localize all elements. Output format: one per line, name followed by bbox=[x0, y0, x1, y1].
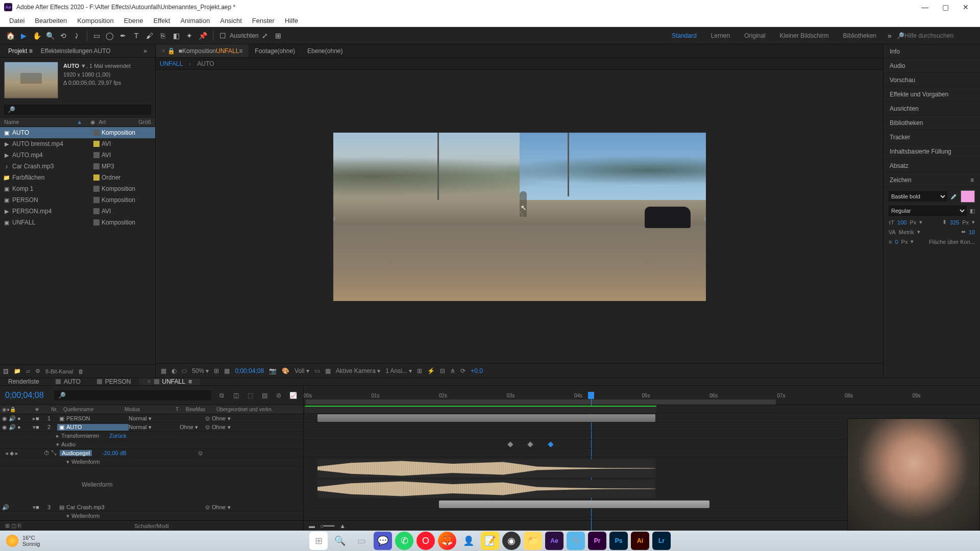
tracking[interactable]: 10 bbox=[969, 229, 975, 235]
lightroom-icon[interactable]: Lr bbox=[652, 532, 671, 550]
composition-viewer[interactable]: ↖ bbox=[156, 70, 883, 363]
snap-checkbox[interactable]: ☐ bbox=[216, 30, 229, 42]
puppet-tool[interactable]: 📌 bbox=[197, 30, 209, 42]
panel-overflow[interactable]: » bbox=[139, 47, 151, 55]
tab-effect-controls[interactable]: Effekteinstellungen AUTO bbox=[37, 47, 115, 55]
clone-tool[interactable]: ⎘ bbox=[157, 30, 169, 42]
photoshop-icon[interactable]: Ps bbox=[609, 532, 628, 550]
panel-zeichen[interactable]: Zeichen≡ bbox=[884, 173, 980, 187]
timeline-tab[interactable]: Renderliste bbox=[0, 378, 47, 385]
snapshot-icon[interactable]: 📷 bbox=[269, 367, 277, 374]
roto-tool[interactable]: ✦ bbox=[183, 30, 195, 42]
frame-blend[interactable]: ▤ bbox=[259, 390, 270, 400]
project-item[interactable]: 📁FarbflächenOrdner bbox=[0, 172, 155, 183]
kerning-select[interactable]: Metrik bbox=[899, 229, 914, 235]
panel-ausrichten[interactable]: Ausrichten bbox=[884, 102, 980, 116]
rotate-tool[interactable]: ⤸ bbox=[70, 30, 83, 42]
zoom-select[interactable]: 50% ▾ bbox=[192, 367, 209, 374]
timeline-icon[interactable]: ⊟ bbox=[440, 367, 445, 374]
layer-row-person[interactable]: ◉ 🔊 ● ▸ ■ 1 ▣PERSON Normal ▾ ⊙ Ohne ▾ bbox=[0, 414, 303, 423]
layer-row-carcrash[interactable]: 🔊 ▾ ■ 3 ▤Car Crash.mp3 ⊙ Ohne ▾ bbox=[0, 503, 303, 512]
explorer-icon[interactable]: 📁 bbox=[524, 532, 542, 550]
channel-icon[interactable]: ◐ bbox=[172, 367, 177, 374]
workspace-standard[interactable]: Standard bbox=[665, 32, 704, 39]
tab-project[interactable]: Projekt ≡ bbox=[4, 47, 37, 55]
hand-tool[interactable]: ✋ bbox=[31, 30, 43, 42]
eraser-tool[interactable]: ◧ bbox=[170, 30, 182, 42]
fast-preview-icon[interactable]: ⚡ bbox=[427, 367, 435, 374]
close-button[interactable]: ✕ bbox=[955, 0, 976, 14]
weather-widget[interactable]: 16°C Sonnig bbox=[6, 535, 40, 547]
project-item[interactable]: ▶PERSON.mp4AVI bbox=[0, 206, 155, 217]
help-search-input[interactable] bbox=[904, 32, 976, 39]
res-icon[interactable]: ⊞ bbox=[214, 367, 219, 374]
eyedropper-icon[interactable]: 💉 bbox=[950, 193, 958, 200]
menu-datei[interactable]: Datei bbox=[4, 14, 30, 27]
interpret-icon[interactable]: 🖼 bbox=[3, 368, 9, 374]
panel-vorschau[interactable]: Vorschau bbox=[884, 73, 980, 87]
app-icon[interactable]: 👤 bbox=[459, 532, 478, 550]
time-ruler[interactable]: 00s01s02s03s04s05s06s07s08s09s10 bbox=[304, 386, 980, 405]
font-family-select[interactable]: Bastile bold bbox=[889, 191, 947, 202]
stroke-swatch[interactable]: ◧ bbox=[970, 208, 975, 214]
snap-opts[interactable]: ⤢ bbox=[259, 30, 271, 42]
rect-tool[interactable]: ▭ bbox=[90, 30, 103, 42]
layer-handle-right[interactable] bbox=[704, 217, 706, 221]
transparency-icon[interactable]: ▦ bbox=[325, 367, 331, 374]
notes-icon[interactable]: 📝 bbox=[481, 532, 499, 550]
panel-tracker[interactable]: Tracker bbox=[884, 130, 980, 144]
workspace-overflow[interactable]: » bbox=[884, 30, 896, 42]
trash-icon[interactable]: 🗑 bbox=[78, 368, 84, 374]
teams-icon[interactable]: 💬 bbox=[374, 532, 392, 550]
brush-tool[interactable]: 🖌 bbox=[143, 30, 156, 42]
workspace-lernen[interactable]: Lernen bbox=[704, 32, 737, 39]
zoom-out-icon[interactable]: ▬ bbox=[309, 522, 315, 530]
maximize-button[interactable]: ▢ bbox=[935, 0, 955, 14]
font-style-select[interactable]: Regular bbox=[889, 206, 967, 216]
resolution-select[interactable]: Voll ▾ bbox=[295, 367, 309, 374]
project-item[interactable]: ♪Car Crash.mp3MP3 bbox=[0, 161, 155, 172]
workspace-bibliotheken[interactable]: Bibliotheken bbox=[836, 32, 884, 39]
tab-footage[interactable]: Footage (ohne) bbox=[249, 44, 301, 57]
ellipse-tool[interactable]: ◯ bbox=[104, 30, 116, 42]
layer-handle-left[interactable] bbox=[333, 217, 335, 221]
orbit-tool[interactable]: ⟲ bbox=[57, 30, 69, 42]
lock-icon[interactable]: 🔒 bbox=[167, 47, 175, 55]
panel-bibliotheken[interactable]: Bibliotheken bbox=[884, 116, 980, 130]
new-comp-icon[interactable]: ▱ bbox=[26, 368, 30, 374]
project-search-input[interactable]: 🔎 bbox=[4, 105, 151, 115]
video-preview[interactable] bbox=[333, 133, 706, 301]
premiere-icon[interactable]: Pr bbox=[588, 532, 606, 550]
fill-over-stroke[interactable]: Fläche über Kon... bbox=[929, 239, 975, 245]
selection-tool[interactable]: ▶ bbox=[17, 30, 30, 42]
zoom-in-icon[interactable]: ▲ bbox=[339, 522, 346, 530]
comp-nav-unfall[interactable]: UNFALL bbox=[160, 60, 183, 67]
illustrator-icon[interactable]: Ai bbox=[631, 532, 649, 550]
home-tool[interactable]: 🏠 bbox=[4, 30, 16, 42]
motion-blur[interactable]: ⊘ bbox=[274, 390, 284, 400]
search-button[interactable]: 🔍 bbox=[331, 532, 349, 550]
opera-icon[interactable]: O bbox=[416, 532, 435, 550]
project-item[interactable]: ▣PERSONKomposition bbox=[0, 194, 155, 206]
stroke-width[interactable]: 0 bbox=[895, 239, 898, 245]
project-item[interactable]: ▣Komp 1Komposition bbox=[0, 183, 155, 194]
timeline-tab[interactable]: AUTO bbox=[47, 378, 89, 385]
project-item[interactable]: ▣AUTOKomposition bbox=[0, 127, 155, 138]
zoom-slider[interactable]: ○━━━ bbox=[320, 522, 334, 530]
zoom-tool[interactable]: 🔍 bbox=[44, 30, 56, 42]
layer-row-auto[interactable]: ◉ 🔊 ● ▾ ■ 2 ▣AUTO Normal ▾ Ohne ▾ ⊙ Ohne… bbox=[0, 423, 303, 432]
leading[interactable]: 325 bbox=[950, 219, 959, 226]
keyframe[interactable] bbox=[527, 442, 533, 447]
prop-transform[interactable]: ▸ Transformieren Zurück bbox=[0, 432, 303, 440]
timeline-tab[interactable]: PERSON bbox=[89, 378, 139, 385]
menu-ebene[interactable]: Ebene bbox=[119, 14, 149, 27]
refresh-icon[interactable]: ⟳ bbox=[460, 367, 465, 374]
font-size[interactable]: 100 bbox=[897, 219, 906, 226]
panel-info[interactable]: Info bbox=[884, 44, 980, 59]
panel-absatz[interactable]: Absatz bbox=[884, 159, 980, 173]
alpha-icon[interactable]: ▦ bbox=[161, 367, 166, 374]
obs-icon[interactable]: ◉ bbox=[502, 532, 521, 550]
whatsapp-icon[interactable]: ✆ bbox=[395, 532, 413, 550]
views-select[interactable]: 1 Ansi... ▾ bbox=[385, 367, 412, 374]
project-item[interactable]: ▶AUTO bremst.mp4AVI bbox=[0, 138, 155, 149]
